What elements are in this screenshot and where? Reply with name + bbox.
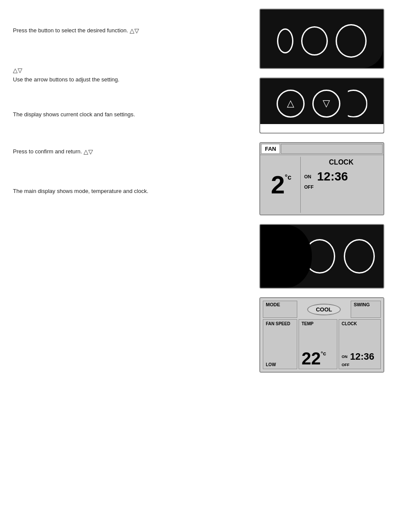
panel3-side-strip: [383, 143, 384, 186]
lcd-display: FAN 2 °c CLOCK ON: [260, 143, 383, 215]
panel-3-image: FAN 2 °c CLOCK ON: [259, 142, 384, 215]
lcd-fan-label: FAN: [261, 144, 280, 154]
lcd5-clock-label: CLOCK: [342, 321, 378, 326]
lcd-off-label: OFF: [304, 184, 314, 190]
lcd5-mode-box: MODE: [263, 301, 297, 318]
panel-4-image: [259, 224, 384, 289]
instruction-1: Press the button to select the desired f…: [13, 26, 220, 35]
lcd-off-row: OFF: [304, 184, 378, 190]
lcd5-temp-label: TEMP: [302, 321, 334, 326]
panel4-curve: [260, 225, 312, 288]
lcd5-bottom-row: FAN SPEED LOW TEMP 22°c CLOCK ON: [263, 319, 381, 369]
lcd5-clock-box: CLOCK ON 12:36 OFF: [339, 319, 381, 369]
panel-1-image: [259, 9, 384, 69]
lcd5-temp-value: 22: [302, 350, 321, 367]
panel-2-image: △ ▽: [259, 78, 384, 134]
lcd5-container: MODE COOL SWING FAN SPEED LOW TEMP: [260, 298, 383, 372]
lcd-temp-section: 2 °c: [262, 157, 301, 213]
up-arrow-icon: △: [287, 99, 294, 108]
instruction-4: Press to confirm and return. △▽: [13, 147, 220, 156]
panel1-btn-middle: [301, 26, 328, 56]
lcd5-on-label: ON: [342, 355, 348, 359]
lcd5-temp-big: 22°c: [302, 350, 334, 367]
panel4-inner: [260, 225, 383, 288]
panel1-inner: [260, 9, 383, 68]
panel4-btn-2: [344, 239, 375, 274]
lcd5-cool-oval: COOL: [307, 304, 341, 315]
lcd5-top-row: MODE COOL SWING: [263, 301, 381, 318]
page-layout: Press the button to select the desired f…: [0, 0, 411, 532]
panel2-down-btn: ▽: [312, 90, 340, 118]
lcd5-celsius: °c: [321, 351, 326, 356]
lcd-time-display: 12:36: [317, 170, 348, 184]
lcd5-off-label: OFF: [342, 363, 378, 367]
panel2-partial-btn: [339, 90, 367, 118]
right-column: △ ▽ FAN 2: [233, 0, 411, 532]
instruction-3: The display shows current clock and fan …: [13, 110, 220, 119]
panel-5-image: MODE COOL SWING FAN SPEED LOW TEMP: [259, 297, 384, 373]
lcd5-cool-area: COOL: [299, 301, 349, 318]
panel2-inner: △ ▽: [260, 78, 383, 133]
panel1-btn-right: [336, 24, 367, 58]
lcd5-temp-box: TEMP 22°c: [299, 319, 337, 369]
lcd5-fanspeed-value: LOW: [266, 362, 294, 367]
lcd-temp-digit: 2: [271, 172, 285, 197]
arrow-symbol-2: △▽: [13, 65, 22, 75]
lcd-on-label: ON: [304, 174, 314, 179]
instruction-5: The main display shows mode, temperature…: [13, 187, 220, 196]
lcd-temp-display: 2 °c: [271, 172, 292, 197]
lcd-body: 2 °c CLOCK ON 12:36 OFF: [260, 155, 383, 215]
lcd5-fanspeed-label: FAN SPEED: [266, 321, 294, 326]
lcd-top-bar: FAN: [260, 143, 383, 155]
lcd5-fanspeed-box: FAN SPEED LOW: [263, 319, 297, 369]
lcd-celsius-symbol: °c: [285, 174, 291, 181]
lcd-on-off-area: ON 12:36 OFF: [304, 170, 378, 190]
panel2-bottom-strip: [260, 124, 383, 133]
lcd5-time-num: 12:36: [350, 351, 374, 362]
lcd-empty-tab: [281, 144, 383, 154]
panel1-buttons: [260, 9, 383, 68]
arrow-symbol-1: △▽: [130, 26, 139, 35]
down-arrow-icon: ▽: [323, 99, 330, 108]
lcd-on-row: ON 12:36: [304, 170, 378, 184]
panel2-up-btn: △: [277, 90, 305, 118]
instruction-2: △▽ Use the arrow buttons to adjust the s…: [13, 65, 220, 84]
lcd-clock-title: CLOCK: [304, 159, 378, 166]
left-column: Press the button to select the desired f…: [0, 0, 233, 532]
lcd5-clock-time: ON 12:36 OFF: [342, 351, 378, 367]
lcd5-swing-box: SWING: [351, 301, 381, 318]
arrow-symbol-3: △▽: [84, 147, 93, 156]
panel2-buttons: △ ▽: [260, 78, 383, 124]
panel1-btn-left: [277, 28, 293, 53]
lcd-clock-section: CLOCK ON 12:36 OFF: [301, 157, 382, 213]
